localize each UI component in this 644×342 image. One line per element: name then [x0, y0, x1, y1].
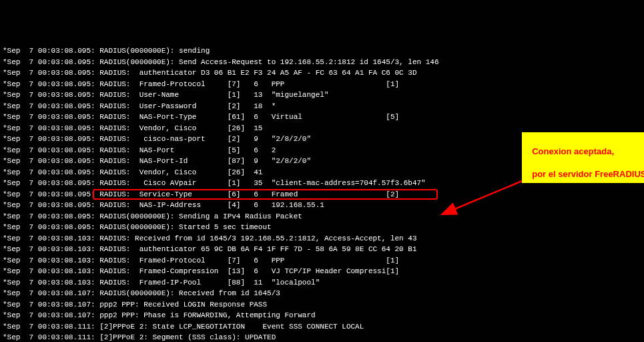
log-line: *Sep 7 00:03:08.107: ppp2 PPP: Received … — [3, 299, 641, 311]
log-line: *Sep 7 00:03:08.103: RADIUS: authenticat… — [3, 244, 641, 255]
log-line: *Sep 7 00:03:08.103: RADIUS: Framed-Prot… — [3, 255, 641, 267]
log-line: *Sep 7 00:03:08.095: RADIUS(0000000E): S… — [3, 57, 641, 68]
log-line: *Sep 7 00:03:08.095: RADIUS: User-Passwo… — [3, 101, 641, 112]
log-line: *Sep 7 00:03:08.103: RADIUS: Received fr… — [3, 233, 641, 244]
log-line: *Sep 7 00:03:08.111: [2]PPPoE 2: Segment… — [3, 332, 641, 342]
log-line: *Sep 7 00:03:08.103: RADIUS: Framed-Comp… — [3, 266, 641, 277]
log-line: *Sep 7 00:03:08.095: RADIUS: NAS-IP-Addr… — [3, 200, 641, 211]
log-line: *Sep 7 00:03:08.103: RADIUS: Framed-IP-P… — [3, 277, 641, 289]
log-line: *Sep 7 00:03:08.095: RADIUS(0000000E): S… — [3, 222, 641, 233]
log-line: *Sep 7 00:03:08.095: RADIUS(0000000E): S… — [3, 211, 641, 222]
terminal-log: *Sep 7 00:03:08.095: RADIUS(0000000E): s… — [3, 45, 641, 342]
log-line: *Sep 7 00:03:08.107: RADIUS(0000000E): R… — [3, 288, 641, 299]
log-line: *Sep 7 00:03:08.095: RADIUS: Service-Typ… — [3, 189, 641, 200]
log-line: *Sep 7 00:03:08.095: RADIUS: NAS-Port-Ty… — [3, 112, 641, 123]
log-line: *Sep 7 00:03:08.095: RADIUS: Framed-Prot… — [3, 79, 641, 90]
annotation-label: Conexion aceptada, por el servidor FreeR… — [522, 132, 644, 183]
log-line: *Sep 7 00:03:08.095: RADIUS: authenticat… — [3, 67, 641, 79]
log-line: *Sep 7 00:03:08.095: RADIUS: User-Name [… — [3, 90, 641, 101]
log-line: *Sep 7 00:03:08.107: ppp2 PPP: Phase is … — [3, 310, 641, 321]
log-line: *Sep 7 00:03:08.095: RADIUS(0000000E): s… — [3, 45, 641, 57]
annotation-line1: Conexion aceptada, — [532, 146, 614, 156]
annotation-line2: por el servidor FreeRADIUS — [532, 169, 644, 179]
log-line: *Sep 7 00:03:08.111: [2]PPPoE 2: State L… — [3, 321, 641, 333]
